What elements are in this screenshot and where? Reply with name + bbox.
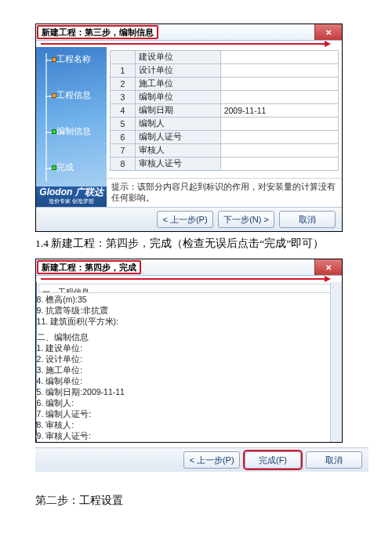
section-heading-2: 第二步：工程设置 bbox=[35, 494, 368, 508]
annotation-arrow bbox=[36, 276, 342, 282]
field-jsdw[interactable] bbox=[220, 51, 338, 64]
summary-line: 8. 檐高(m):35 bbox=[37, 295, 342, 306]
scrollbar[interactable] bbox=[330, 282, 342, 442]
summary-line: 9. 审核人证号: bbox=[37, 431, 342, 442]
field-bzrzh[interactable] bbox=[220, 131, 338, 144]
compile-info-table: 建设单位 1设计单位 2施工单位 3编制单位 4编制日期2009-11-11 5… bbox=[110, 50, 339, 171]
brand-logo: Glodon 广联达 造价专家 创造梦想 bbox=[36, 186, 107, 207]
sidebar-item-name[interactable]: 工程名称 bbox=[42, 53, 91, 65]
next-button[interactable]: 下一步(N) > bbox=[218, 211, 274, 228]
dialog-title: 新建工程：第三步，编制信息 bbox=[37, 25, 158, 39]
titlebar: 新建工程：第四步，完成 ✕ bbox=[36, 259, 342, 276]
summary-heading-2: 二、编制信息 bbox=[37, 332, 342, 343]
prev-button[interactable]: < 上一步(P) bbox=[183, 451, 240, 469]
wizard-step4-dialog: ↖ 新建工程：第四步，完成 ✕ 工程名称 工程信息 编制信息 完成 Glodon… bbox=[35, 259, 343, 443]
summary-heading-1: 一、工程信息 bbox=[42, 288, 336, 293]
sidebar-item-finish[interactable]: 完成 bbox=[42, 161, 74, 173]
annotation-arrow bbox=[36, 41, 342, 47]
hint-text: 提示：该部分内容只起到标识的作用，对安装量的计算没有任何影响。 bbox=[107, 178, 342, 207]
button-bar: < 上一步(P) 完成(F) 取消 bbox=[35, 447, 368, 472]
sidebar-item-info[interactable]: 工程信息 bbox=[42, 89, 91, 101]
field-shr[interactable] bbox=[220, 144, 338, 158]
summary-line: 9. 抗震等级:非抗震 bbox=[37, 306, 342, 317]
cancel-button[interactable]: 取消 bbox=[279, 211, 336, 228]
button-bar: < 上一步(P) 下一步(N) > 取消 bbox=[36, 207, 342, 231]
summary-line: 5. 编制日期:2009-11-11 bbox=[37, 387, 342, 398]
wizard-sidebar: 工程名称 工程信息 编制信息 完成 Glodon 广联达 造价专家 创造梦想 bbox=[36, 47, 107, 207]
field-bzr[interactable] bbox=[220, 118, 338, 131]
prev-button[interactable]: < 上一步(P) bbox=[157, 211, 213, 228]
summary-line: 6. 编制人: bbox=[37, 398, 342, 409]
close-icon[interactable]: ✕ bbox=[314, 259, 342, 275]
field-sgdw[interactable] bbox=[220, 78, 338, 91]
summary-line: 3. 施工单位: bbox=[37, 365, 342, 376]
field-sjdw[interactable] bbox=[220, 64, 338, 78]
sidebar-item-compile[interactable]: 编制信息 bbox=[42, 125, 91, 137]
caption-1-4: 1.4 新建工程：第四步，完成（检查无误后点击“完成”即可） bbox=[35, 237, 368, 251]
main-panel: 一、工程信息 1. 工程类别: 2. 项目代号: 3. 结构类型:框架结构 4.… bbox=[37, 282, 342, 442]
summary-line: 1. 建设单位: bbox=[37, 343, 342, 354]
titlebar: 新建工程：第三步，编制信息 ✕ bbox=[36, 24, 342, 41]
summary-line: 8. 审核人: bbox=[37, 420, 342, 431]
cancel-button[interactable]: 取消 bbox=[306, 451, 362, 469]
summary-line: 7. 编制人证号: bbox=[37, 409, 342, 420]
finish-button[interactable]: 完成(F) bbox=[245, 451, 301, 469]
summary-panel: 一、工程信息 1. 工程类别: 2. 项目代号: 3. 结构类型:框架结构 4.… bbox=[38, 284, 340, 293]
field-bzdw[interactable] bbox=[220, 91, 338, 104]
wizard-step3-dialog: 新建工程：第三步，编制信息 ✕ 工程名称 工程信息 编制信息 完成 Glodon… bbox=[35, 24, 343, 232]
dialog-title: 新建工程：第四步，完成 bbox=[37, 260, 141, 274]
summary-line: 4. 编制单位: bbox=[37, 376, 342, 387]
field-date[interactable]: 2009-11-11 bbox=[220, 104, 338, 118]
summary-line: 2. 设计单位: bbox=[37, 354, 342, 365]
field-shrzh[interactable] bbox=[220, 158, 338, 171]
main-panel: 建设单位 1设计单位 2施工单位 3编制单位 4编制日期2009-11-11 5… bbox=[107, 47, 342, 207]
summary-line: 11. 建筑面积(平方米): bbox=[37, 317, 342, 328]
close-icon[interactable]: ✕ bbox=[314, 24, 342, 40]
